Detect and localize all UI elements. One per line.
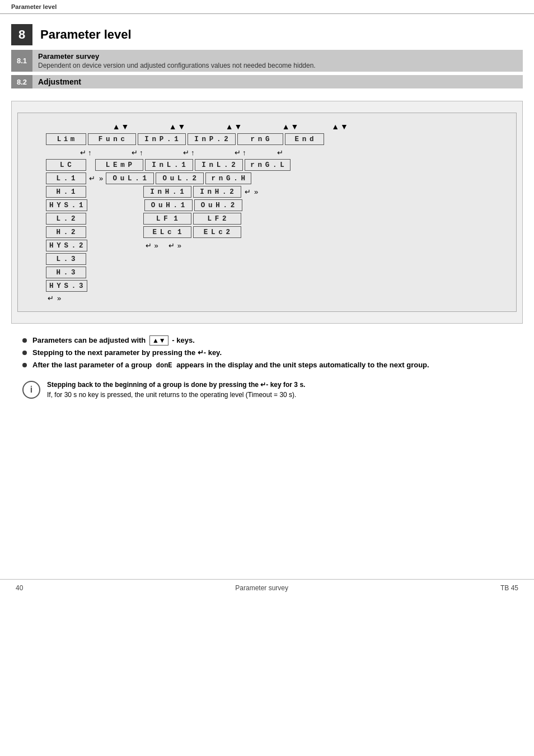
param-row-1: L C L E m P I n L . 1 I n L . 2 r n G . … — [29, 159, 505, 171]
inp1-updown: ▲▼ — [169, 122, 186, 131]
section-81: 8.1 Parameter survey Dependent on device… — [11, 50, 523, 72]
section-81-content: Parameter survey Dependent on device ver… — [32, 50, 523, 72]
info-icon: i — [22, 381, 40, 399]
info-text-bold: Stepping back to the beginning of a grou… — [47, 381, 305, 389]
nav-func-arrows: ▲▼ — [94, 122, 147, 131]
section-81-title: Parameter survey — [38, 52, 517, 60]
lcd-l3: L . 3 — [46, 253, 86, 265]
dbl-arrow-5: » — [177, 241, 181, 250]
enter-inp1: ↵ — [147, 148, 189, 157]
lcd-inh2: I n H . 2 — [193, 186, 241, 198]
enter-sym-2: ↵ — [89, 174, 95, 183]
lcd-lc: L C — [46, 159, 86, 171]
enter-sym-lim: ↵ — [48, 294, 54, 302]
inp2-updown: ▲▼ — [226, 122, 242, 131]
dbl-arrow-2: » — [99, 174, 103, 183]
param-row-4: H Y S . 1 O u H . 1 O u H . 2 — [29, 199, 505, 211]
lcd-ouh2: O u H . 2 — [194, 199, 242, 211]
lcd-ouh1: O u H . 1 — [144, 199, 193, 211]
nav-arrows-row: ▲▼ ▲▼ ▲▼ ▲▼ ▲▼ — [29, 122, 505, 131]
param-row-2: L . 1 ↵ » O u L . 1 O u L . 2 r n G . H — [29, 172, 505, 184]
dbl-arrow-3: » — [254, 188, 258, 196]
arrow-up-3: ↑ — [191, 148, 196, 157]
param-row-3: H . 1 I n H . 1 I n H . 2 ↵ » — [29, 186, 505, 198]
param-row-bottom: ↵ » — [29, 294, 505, 302]
param-row-6: H . 2 E L c 1 E L c 2 — [29, 226, 505, 238]
nav-rng-arrows: ▲▼ — [264, 122, 317, 131]
lcd-lemp: L E m P — [95, 159, 143, 171]
bullet-dot-2 — [22, 351, 27, 355]
footer-page: 40 — [16, 584, 23, 592]
lcd-inp1: I n P . 1 — [138, 133, 186, 145]
nav-end-arrows: ▲▼ — [320, 122, 359, 131]
info-text: Stepping back to the beginning of a grou… — [47, 380, 305, 400]
lcd-h2: H . 2 — [46, 226, 86, 238]
lcd-h1: H . 1 — [46, 186, 86, 198]
section-8-title: Parameter level — [40, 27, 132, 42]
footer-right: TB 45 — [500, 584, 518, 592]
lcd-elc1: E L c 1 — [143, 226, 191, 238]
section-82: 8.2 Adjustment — [11, 75, 523, 88]
nav-inp1-arrows: ▲▼ — [151, 122, 204, 131]
dbl-arrow-lim: » — [57, 294, 61, 302]
info-text-normal: If, for 30 s no key is pressed, the unit… — [47, 391, 296, 399]
enter-sym-4: ↵ — [146, 241, 152, 250]
lcd-hys2: H Y S . 2 — [46, 240, 87, 251]
param-row-9: H . 3 — [29, 267, 505, 278]
lcd-elc2: E L c 2 — [193, 226, 241, 238]
page-header-label: Parameter level — [0, 0, 534, 14]
enter-lim: ↵ — [46, 148, 86, 157]
footer: 40 Parameter survey TB 45 — [0, 579, 534, 596]
nav-lcd-row: L i m F u n c I n P . 1 I n P . 2 r n G … — [29, 133, 505, 145]
lcd-hys1: H Y S . 1 — [46, 199, 87, 211]
param-row-5: L . 2 L F 1 L F 2 — [29, 213, 505, 225]
header-text: Parameter level — [11, 3, 57, 10]
lcd-hys3: H Y S . 3 — [46, 280, 87, 292]
dbl-arrow-4: » — [154, 241, 158, 250]
diagram-wrapper: ▲▼ ▲▼ ▲▼ ▲▼ ▲▼ L i m F u n c I n P . 1 — [17, 113, 517, 312]
enter-sym-5: ↵ — [168, 241, 175, 250]
lcd-inl1: I n L . 1 — [145, 159, 193, 171]
bullet-dot-1 — [22, 338, 27, 343]
rng-updown: ▲▼ — [282, 122, 299, 131]
bullet-text-3: After the last parameter of a group donE… — [32, 361, 429, 370]
enter-sym-3: ↵ — [245, 188, 251, 196]
lcd-rng: r n G — [237, 133, 283, 145]
arrow-up-4: ↑ — [242, 148, 248, 157]
param-row-10: H Y S . 3 — [29, 280, 505, 292]
enter-end: ↵ — [250, 148, 283, 157]
section-8-number: 8 — [11, 24, 32, 45]
lcd-oul1: O u L . 1 — [106, 172, 154, 184]
lcd-end: E n d — [285, 133, 324, 145]
footer-center: Parameter survey — [235, 584, 288, 592]
param-row-7: H Y S . 2 ↵ » ↵ » — [29, 240, 505, 251]
section-8: 8 Parameter level — [11, 24, 523, 45]
bullet-item-1: Parameters can be adjusted with ▲▼ - key… — [22, 336, 512, 344]
arrow-up-1: ↑ — [88, 148, 93, 157]
bullet-text-1: Parameters can be adjusted with ▲▼ - key… — [32, 336, 195, 344]
lcd-h3: H . 3 — [46, 267, 86, 278]
bullet-text-2: Stepping to the next parameter by pressi… — [32, 348, 222, 357]
param-row-8: L . 3 — [29, 253, 505, 265]
bullet-item-3: After the last parameter of a group donE… — [22, 361, 512, 370]
arrow-up-2: ↑ — [139, 148, 145, 157]
lcd-lf2: L F 2 — [193, 213, 241, 225]
lcd-l2: L . 2 — [46, 213, 86, 225]
bullet-section: Parameters can be adjusted with ▲▼ - key… — [22, 336, 512, 370]
lcd-inh1: I n H . 1 — [143, 186, 191, 198]
section-81-description: Dependent on device version und adjusted… — [38, 62, 517, 69]
lcd-rngh: r n G . H — [205, 172, 251, 184]
end-updown: ▲▼ — [331, 122, 348, 131]
nav-inp2-arrows: ▲▼ — [207, 122, 260, 131]
diagram-area: ▲▼ ▲▼ ▲▼ ▲▼ ▲▼ L i m F u n c I n P . 1 — [11, 101, 523, 324]
section-81-number: 8.1 — [11, 50, 32, 72]
section-82-title: Adjustment — [38, 77, 517, 86]
lcd-l1: L . 1 — [46, 172, 86, 184]
section-82-number: 8.2 — [11, 75, 32, 88]
enter-func: ↵ — [95, 148, 138, 157]
lcd-inl2: I n L . 2 — [195, 159, 243, 171]
info-box: i Stepping back to the beginning of a gr… — [22, 380, 512, 400]
bullet-dot-3 — [22, 363, 27, 367]
lcd-rngl: r n G . L — [245, 159, 291, 171]
bullet-item-2: Stepping to the next parameter by pressi… — [22, 348, 512, 357]
